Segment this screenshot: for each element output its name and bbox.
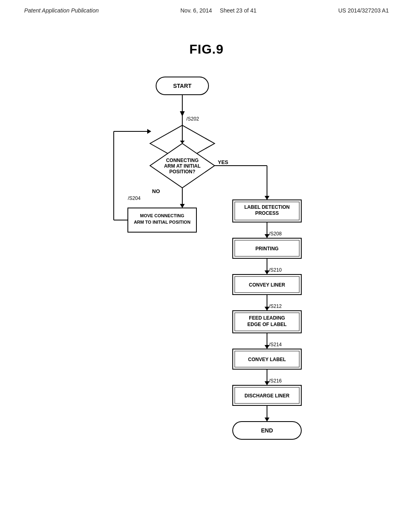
- s208-label: /S208: [269, 231, 282, 237]
- s202-label: /S202: [186, 116, 199, 122]
- feed-leading-line2: EDGE OF LABEL: [247, 322, 286, 327]
- svg-marker-11: [180, 204, 185, 208]
- header-date: Nov. 6, 2014: [180, 7, 212, 14]
- page-header: Patent Application Publication Nov. 6, 2…: [0, 0, 413, 18]
- convey-label-text: CONVEY LABEL: [248, 357, 286, 362]
- diamond-line2: ARM AT INITIAL: [164, 163, 201, 169]
- flowchart-svg: START /S202 CONNECTING ARM AT INITIAL PO…: [65, 73, 348, 456]
- move-line2: ARM TO INITIAL POSITION: [134, 220, 190, 224]
- svg-marker-16: [147, 129, 151, 134]
- s214-label: /S214: [269, 342, 282, 347]
- figure-area: FIG.9 START /S202 CONNECTING ARM AT INIT…: [0, 18, 413, 456]
- diamond-line3: POSITION?: [169, 169, 196, 175]
- label-detection-line2: PROCESS: [255, 210, 279, 216]
- svg-marker-40: [265, 418, 269, 422]
- discharge-liner-label: DISCHARGE LINER: [244, 393, 290, 399]
- end-label: END: [261, 427, 273, 434]
- no-label: NO: [152, 188, 160, 194]
- s204-label: /S204: [128, 195, 141, 201]
- diamond-line1: CONNECTING: [166, 158, 199, 163]
- yes-label: YES: [218, 159, 228, 165]
- label-detection-line1: LABEL DETECTION: [244, 204, 290, 210]
- s216-label: /S216: [269, 378, 282, 384]
- header-publication-type: Patent Application Publication: [24, 7, 99, 14]
- s210-label: /S210: [269, 267, 282, 273]
- figure-title: FIG.9: [189, 42, 223, 57]
- header-date-sheet: Nov. 6, 2014 Sheet 23 of 41: [180, 7, 257, 14]
- header-patent-number: US 2014/327203 A1: [338, 7, 389, 14]
- start-label: START: [173, 83, 192, 89]
- printing-label: PRINTING: [255, 246, 278, 251]
- header-sheet: Sheet 23 of 41: [220, 7, 257, 14]
- s212-label: /S212: [269, 303, 282, 309]
- convey-liner-label: CONVEY LINER: [249, 282, 285, 288]
- move-line1: MOVE CONNECTING: [140, 213, 184, 218]
- feed-leading-line1: FEED LEADING: [249, 315, 285, 321]
